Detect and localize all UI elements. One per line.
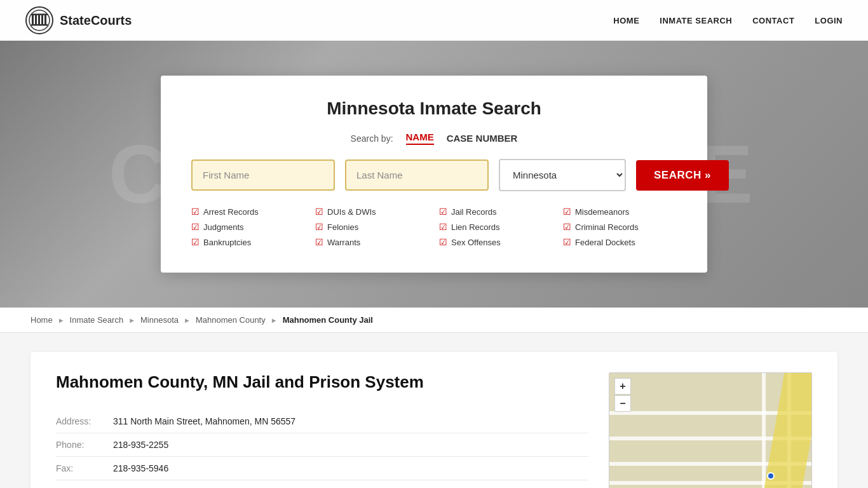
breadcrumb-sep-3: ► [184, 316, 191, 324]
map-section: + − [609, 372, 812, 488]
search-by-label: Search by: [351, 133, 393, 144]
logo-area: StateCourts [25, 6, 132, 34]
website-value[interactable]: http://www.co.mahnomen.mn.us/sheriff.htm… [113, 480, 588, 489]
breadcrumb-county[interactable]: Mahnomen County [196, 315, 266, 325]
check-item: ☑Arrest Records [191, 207, 305, 217]
map-zoom-out[interactable]: − [614, 395, 631, 412]
check-label: Warrants [327, 238, 360, 247]
check-item: ☑Judgments [191, 222, 305, 232]
check-item: ☑DUIs & DWIs [315, 207, 429, 217]
breadcrumb-current: Mahnomen County Jail [283, 315, 373, 325]
check-item: ☑Misdemeanors [563, 207, 677, 217]
svg-rect-3 [35, 15, 37, 24]
address-label: Address: [56, 410, 113, 433]
check-label: Misdemeanors [575, 207, 629, 217]
main-content: Mahnomen County, MN Jail and Prison Syst… [0, 333, 868, 488]
svg-rect-4 [38, 15, 40, 24]
tab-name[interactable]: NAME [406, 132, 434, 145]
checkbox-icon: ☑ [563, 237, 571, 247]
map-controls: + − [614, 378, 631, 412]
breadcrumb-sep-2: ► [128, 316, 135, 324]
state-select[interactable]: MinnesotaAlabamaAlaskaArizonaArkansasCal… [499, 159, 626, 191]
phone-label: Phone: [56, 433, 113, 457]
checkbox-icon: ☑ [563, 207, 571, 217]
fax-row: Fax: 218-935-5946 [56, 457, 588, 480]
search-modal: Minnesota Inmate Search Search by: NAME … [161, 76, 707, 273]
website-label: Website: [56, 480, 113, 489]
check-item: ☑Lien Records [439, 222, 553, 232]
check-item: ☑Criminal Records [563, 222, 677, 232]
breadcrumb: Home ► Inmate Search ► Minnesota ► Mahno… [0, 308, 868, 333]
map-container: + − [609, 372, 812, 488]
checkbox-icon: ☑ [315, 237, 323, 247]
svg-rect-5 [41, 15, 43, 24]
checkbox-icon: ☑ [439, 207, 447, 217]
breadcrumb-sep-4: ► [271, 316, 278, 324]
breadcrumb-state[interactable]: Minnesota [140, 315, 179, 325]
record-types-grid: ☑Arrest Records☑DUIs & DWIs☑Jail Records… [191, 207, 677, 247]
checkbox-icon: ☑ [191, 222, 200, 232]
facility-title: Mahnomen County, MN Jail and Prison Syst… [56, 372, 588, 392]
header: StateCourts HOME INMATE SEARCH CONTACT L… [0, 0, 868, 41]
breadcrumb-inmate-search[interactable]: Inmate Search [70, 315, 124, 325]
svg-rect-7 [31, 24, 48, 26]
svg-rect-2 [32, 15, 34, 24]
phone-value: 218-935-2255 [113, 433, 588, 457]
nav-contact[interactable]: CONTACT [752, 16, 794, 25]
logo-icon [25, 6, 53, 34]
nav-home[interactable]: HOME [613, 16, 639, 25]
facility-info: Mahnomen County, MN Jail and Prison Syst… [56, 372, 588, 488]
check-label: Lien Records [451, 222, 500, 232]
check-item: ☑Bankruptcies [191, 237, 305, 247]
check-label: Judgments [203, 222, 244, 232]
checkbox-icon: ☑ [315, 222, 323, 232]
nav-login[interactable]: LOGIN [815, 16, 843, 25]
check-item: ☑Sex Offenses [439, 237, 553, 247]
check-label: DUIs & DWIs [327, 207, 376, 217]
svg-rect-8 [31, 14, 48, 16]
search-button[interactable]: SEARCH » [636, 160, 729, 191]
fax-value: 218-935-5946 [113, 457, 588, 480]
fax-label: Fax: [56, 457, 113, 480]
checkbox-icon: ☑ [439, 237, 447, 247]
modal-title: Minnesota Inmate Search [191, 98, 677, 119]
map-pin [767, 472, 775, 480]
first-name-input[interactable] [191, 159, 335, 191]
phone-row: Phone: 218-935-2255 [56, 433, 588, 457]
checkbox-icon: ☑ [191, 237, 200, 247]
checkbox-icon: ☑ [315, 207, 323, 217]
main-nav: HOME INMATE SEARCH CONTACT LOGIN [613, 16, 843, 25]
website-row: Website: http://www.co.mahnomen.mn.us/sh… [56, 480, 588, 489]
check-item: ☑Warrants [315, 237, 429, 247]
check-label: Bankruptcies [203, 238, 251, 247]
search-inputs-row: MinnesotaAlabamaAlaskaArizonaArkansasCal… [191, 159, 677, 191]
last-name-input[interactable] [345, 159, 489, 191]
search-by-row: Search by: NAME CASE NUMBER [191, 132, 677, 145]
logo-brand-text: StateCourts [60, 13, 132, 28]
svg-rect-6 [44, 15, 46, 24]
check-label: Arrest Records [203, 207, 259, 217]
address-row: Address: 311 North Main Street, Mahnomen… [56, 410, 588, 433]
check-label: Felonies [327, 222, 358, 232]
hero-background: COURTHOUSE Minnesota Inmate Search Searc… [0, 41, 868, 308]
breadcrumb-home[interactable]: Home [31, 315, 53, 325]
checkbox-icon: ☑ [439, 222, 447, 232]
breadcrumb-sep-1: ► [58, 316, 65, 324]
check-label: Jail Records [451, 207, 497, 217]
nav-inmate-search[interactable]: INMATE SEARCH [660, 16, 732, 25]
address-value: 311 North Main Street, Mahnomen, MN 5655… [113, 410, 588, 433]
check-label: Federal Dockets [575, 238, 635, 247]
facility-card: Mahnomen County, MN Jail and Prison Syst… [31, 352, 837, 488]
facility-details-table: Address: 311 North Main Street, Mahnomen… [56, 410, 588, 488]
check-label: Sex Offenses [451, 238, 501, 247]
check-item: ☑Jail Records [439, 207, 553, 217]
check-item: ☑Federal Dockets [563, 237, 677, 247]
map-road-v1 [762, 373, 766, 488]
tab-case-number[interactable]: CASE NUMBER [447, 133, 518, 144]
map-zoom-in[interactable]: + [614, 378, 631, 395]
check-item: ☑Felonies [315, 222, 429, 232]
checkbox-icon: ☑ [563, 222, 571, 232]
checkbox-icon: ☑ [191, 207, 200, 217]
check-label: Criminal Records [575, 222, 639, 232]
